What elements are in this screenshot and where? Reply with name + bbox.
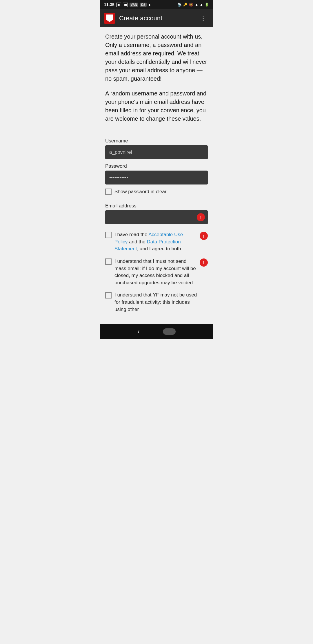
agreement-text-1: I have read the Acceptable Use Policy an… xyxy=(114,231,197,253)
agreement-text-2: I understand that I must not send mass e… xyxy=(114,258,197,287)
icon-screen1: ▣ xyxy=(116,3,121,7)
agreement-row-2: I understand that I must not send mass e… xyxy=(105,258,208,287)
back-button[interactable]: ‹ xyxy=(137,328,139,335)
agreement-checkbox-2[interactable] xyxy=(105,258,112,265)
battery-icon: 🔋 xyxy=(205,3,209,7)
cast-icon: 📡 xyxy=(177,3,182,7)
show-password-checkbox[interactable] xyxy=(105,189,112,195)
home-button[interactable] xyxy=(163,328,176,335)
status-time: 11:35 xyxy=(104,2,114,7)
status-right: 📡 🔑 🔕 ▲ ▲ 🔋 xyxy=(177,3,209,7)
email-input[interactable] xyxy=(105,210,208,224)
dot-icon: ● xyxy=(148,3,151,7)
username-input[interactable] xyxy=(105,145,208,159)
agreement-1-text-before: I have read the xyxy=(114,232,148,237)
password-group: Password xyxy=(105,163,208,184)
nav-bar: ‹ xyxy=(100,324,213,339)
show-password-row: Show password in clear xyxy=(105,189,208,195)
agreement-1-text-after: , and I agree to both xyxy=(137,246,181,252)
agreement-2-error-icon: ! xyxy=(200,258,208,267)
app-logo xyxy=(104,13,115,24)
agreement-checkbox-3[interactable] xyxy=(105,292,112,299)
email-error-icon: ! xyxy=(197,213,205,221)
password-input[interactable] xyxy=(105,171,208,184)
agreement-1-text-middle: and the xyxy=(128,239,147,245)
main-content: Create your personal account with us. On… xyxy=(100,27,213,324)
username-label: Username xyxy=(105,138,208,144)
es-icon: ES xyxy=(140,3,147,7)
signal-icon: ▲ xyxy=(200,3,203,7)
status-bar: 11:35 ▣ ▣ VAN ES ● 📡 🔑 🔕 ▲ ▲ 🔋 xyxy=(100,0,213,9)
agreement-1-error-icon: ! xyxy=(200,232,208,240)
agreement-text-3: I understand that YF may not be used for… xyxy=(114,292,197,313)
agreement-row-1: I have read the Acceptable Use Policy an… xyxy=(105,231,208,253)
app-logo-shape xyxy=(106,15,113,22)
wifi-icon: ▲ xyxy=(195,3,198,7)
app-bar: Create account ⋮ xyxy=(100,9,213,27)
agreement-row-3: I understand that YF may not be used for… xyxy=(105,292,208,313)
show-password-label: Show password in clear xyxy=(114,189,167,195)
email-input-wrapper: ! xyxy=(105,210,208,224)
email-group: Email address ! xyxy=(105,203,208,224)
intro-paragraph2: A random username and password and your … xyxy=(105,89,208,123)
password-label: Password xyxy=(105,163,208,169)
agreement-checkbox-1[interactable] xyxy=(105,232,112,238)
van-icon: VAN xyxy=(130,3,138,7)
icon-screen2: ▣ xyxy=(123,3,128,7)
intro-paragraph1: Create your personal account with us. On… xyxy=(105,32,208,83)
email-label: Email address xyxy=(105,203,208,209)
overflow-menu-button[interactable]: ⋮ xyxy=(198,12,209,24)
mute-icon: 🔕 xyxy=(189,3,193,7)
username-group: Username xyxy=(105,138,208,159)
status-left: 11:35 ▣ ▣ VAN ES ● xyxy=(104,2,151,7)
page-title: Create account xyxy=(119,15,198,22)
key-icon: 🔑 xyxy=(183,3,188,7)
